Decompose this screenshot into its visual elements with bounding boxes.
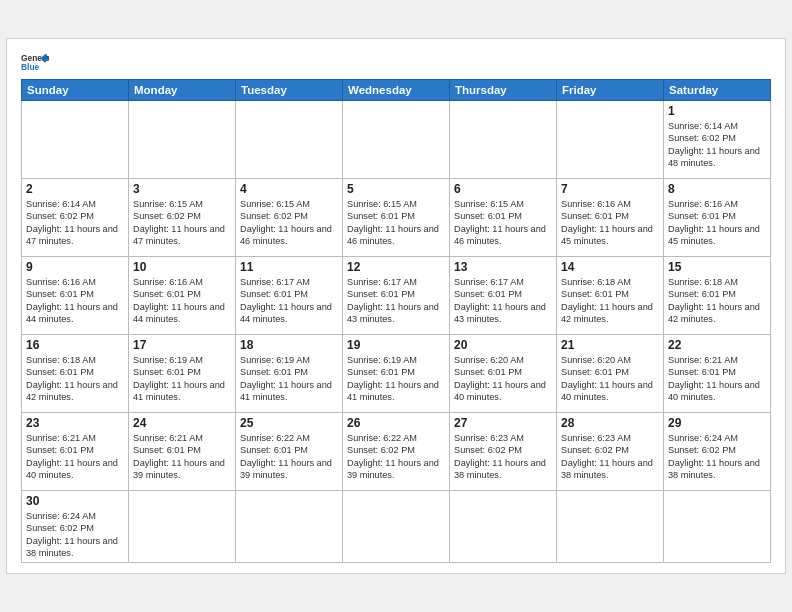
calendar-cell-6: 1Sunrise: 6:14 AM Sunset: 6:02 PM Daylig… (664, 100, 771, 178)
calendar-cell-4 (450, 100, 557, 178)
day-number-12: 12 (347, 260, 445, 274)
weekday-header-sunday: Sunday (22, 79, 129, 100)
calendar-cell-35: 30Sunrise: 6:24 AM Sunset: 6:02 PM Dayli… (22, 490, 129, 563)
calendar-row-0: 1Sunrise: 6:14 AM Sunset: 6:02 PM Daylig… (22, 100, 771, 178)
calendar-cell-36 (129, 490, 236, 563)
calendar-cell-13: 8Sunrise: 6:16 AM Sunset: 6:01 PM Daylig… (664, 178, 771, 256)
calendar-cell-14: 9Sunrise: 6:16 AM Sunset: 6:01 PM Daylig… (22, 256, 129, 334)
day-info-29: Sunrise: 6:24 AM Sunset: 6:02 PM Dayligh… (668, 432, 766, 482)
calendar-container: General Blue SundayMondayTuesdayWednesda… (6, 38, 786, 575)
day-number-28: 28 (561, 416, 659, 430)
calendar-row-3: 16Sunrise: 6:18 AM Sunset: 6:01 PM Dayli… (22, 334, 771, 412)
calendar-cell-16: 11Sunrise: 6:17 AM Sunset: 6:01 PM Dayli… (236, 256, 343, 334)
calendar-cell-34: 29Sunrise: 6:24 AM Sunset: 6:02 PM Dayli… (664, 412, 771, 490)
day-info-24: Sunrise: 6:21 AM Sunset: 6:01 PM Dayligh… (133, 432, 231, 482)
day-info-11: Sunrise: 6:17 AM Sunset: 6:01 PM Dayligh… (240, 276, 338, 326)
day-number-6: 6 (454, 182, 552, 196)
weekday-header-thursday: Thursday (450, 79, 557, 100)
day-info-15: Sunrise: 6:18 AM Sunset: 6:01 PM Dayligh… (668, 276, 766, 326)
calendar-cell-38 (343, 490, 450, 563)
calendar-cell-37 (236, 490, 343, 563)
calendar-row-1: 2Sunrise: 6:14 AM Sunset: 6:02 PM Daylig… (22, 178, 771, 256)
day-number-10: 10 (133, 260, 231, 274)
day-info-30: Sunrise: 6:24 AM Sunset: 6:02 PM Dayligh… (26, 510, 124, 560)
day-info-10: Sunrise: 6:16 AM Sunset: 6:01 PM Dayligh… (133, 276, 231, 326)
day-info-12: Sunrise: 6:17 AM Sunset: 6:01 PM Dayligh… (347, 276, 445, 326)
day-info-18: Sunrise: 6:19 AM Sunset: 6:01 PM Dayligh… (240, 354, 338, 404)
calendar-cell-30: 25Sunrise: 6:22 AM Sunset: 6:01 PM Dayli… (236, 412, 343, 490)
weekday-header-tuesday: Tuesday (236, 79, 343, 100)
day-info-2: Sunrise: 6:14 AM Sunset: 6:02 PM Dayligh… (26, 198, 124, 248)
day-info-7: Sunrise: 6:16 AM Sunset: 6:01 PM Dayligh… (561, 198, 659, 248)
day-info-3: Sunrise: 6:15 AM Sunset: 6:02 PM Dayligh… (133, 198, 231, 248)
calendar-cell-9: 4Sunrise: 6:15 AM Sunset: 6:02 PM Daylig… (236, 178, 343, 256)
calendar-cell-40 (557, 490, 664, 563)
day-number-8: 8 (668, 182, 766, 196)
day-number-7: 7 (561, 182, 659, 196)
svg-text:Blue: Blue (21, 61, 39, 71)
day-number-22: 22 (668, 338, 766, 352)
calendar-cell-27: 22Sunrise: 6:21 AM Sunset: 6:01 PM Dayli… (664, 334, 771, 412)
calendar-cell-17: 12Sunrise: 6:17 AM Sunset: 6:01 PM Dayli… (343, 256, 450, 334)
calendar-cell-12: 7Sunrise: 6:16 AM Sunset: 6:01 PM Daylig… (557, 178, 664, 256)
weekday-header-wednesday: Wednesday (343, 79, 450, 100)
day-number-19: 19 (347, 338, 445, 352)
day-number-27: 27 (454, 416, 552, 430)
day-info-16: Sunrise: 6:18 AM Sunset: 6:01 PM Dayligh… (26, 354, 124, 404)
day-info-9: Sunrise: 6:16 AM Sunset: 6:01 PM Dayligh… (26, 276, 124, 326)
day-info-1: Sunrise: 6:14 AM Sunset: 6:02 PM Dayligh… (668, 120, 766, 170)
day-number-21: 21 (561, 338, 659, 352)
calendar-cell-33: 28Sunrise: 6:23 AM Sunset: 6:02 PM Dayli… (557, 412, 664, 490)
calendar-table: SundayMondayTuesdayWednesdayThursdayFrid… (21, 79, 771, 564)
header-row: General Blue (21, 51, 771, 73)
calendar-cell-21: 16Sunrise: 6:18 AM Sunset: 6:01 PM Dayli… (22, 334, 129, 412)
calendar-cell-8: 3Sunrise: 6:15 AM Sunset: 6:02 PM Daylig… (129, 178, 236, 256)
calendar-cell-1 (129, 100, 236, 178)
day-info-21: Sunrise: 6:20 AM Sunset: 6:01 PM Dayligh… (561, 354, 659, 404)
day-number-24: 24 (133, 416, 231, 430)
day-number-9: 9 (26, 260, 124, 274)
weekday-header-friday: Friday (557, 79, 664, 100)
day-number-1: 1 (668, 104, 766, 118)
calendar-cell-31: 26Sunrise: 6:22 AM Sunset: 6:02 PM Dayli… (343, 412, 450, 490)
day-number-18: 18 (240, 338, 338, 352)
day-info-5: Sunrise: 6:15 AM Sunset: 6:01 PM Dayligh… (347, 198, 445, 248)
day-info-20: Sunrise: 6:20 AM Sunset: 6:01 PM Dayligh… (454, 354, 552, 404)
calendar-cell-41 (664, 490, 771, 563)
calendar-cell-0 (22, 100, 129, 178)
calendar-cell-11: 6Sunrise: 6:15 AM Sunset: 6:01 PM Daylig… (450, 178, 557, 256)
calendar-cell-24: 19Sunrise: 6:19 AM Sunset: 6:01 PM Dayli… (343, 334, 450, 412)
day-number-25: 25 (240, 416, 338, 430)
day-info-17: Sunrise: 6:19 AM Sunset: 6:01 PM Dayligh… (133, 354, 231, 404)
day-number-4: 4 (240, 182, 338, 196)
day-info-27: Sunrise: 6:23 AM Sunset: 6:02 PM Dayligh… (454, 432, 552, 482)
calendar-cell-7: 2Sunrise: 6:14 AM Sunset: 6:02 PM Daylig… (22, 178, 129, 256)
calendar-cell-2 (236, 100, 343, 178)
day-info-4: Sunrise: 6:15 AM Sunset: 6:02 PM Dayligh… (240, 198, 338, 248)
day-number-30: 30 (26, 494, 124, 508)
day-number-5: 5 (347, 182, 445, 196)
calendar-cell-20: 15Sunrise: 6:18 AM Sunset: 6:01 PM Dayli… (664, 256, 771, 334)
day-info-25: Sunrise: 6:22 AM Sunset: 6:01 PM Dayligh… (240, 432, 338, 482)
calendar-cell-15: 10Sunrise: 6:16 AM Sunset: 6:01 PM Dayli… (129, 256, 236, 334)
day-info-13: Sunrise: 6:17 AM Sunset: 6:01 PM Dayligh… (454, 276, 552, 326)
day-info-8: Sunrise: 6:16 AM Sunset: 6:01 PM Dayligh… (668, 198, 766, 248)
day-number-2: 2 (26, 182, 124, 196)
day-info-26: Sunrise: 6:22 AM Sunset: 6:02 PM Dayligh… (347, 432, 445, 482)
day-info-28: Sunrise: 6:23 AM Sunset: 6:02 PM Dayligh… (561, 432, 659, 482)
day-number-3: 3 (133, 182, 231, 196)
day-number-14: 14 (561, 260, 659, 274)
calendar-cell-25: 20Sunrise: 6:20 AM Sunset: 6:01 PM Dayli… (450, 334, 557, 412)
calendar-cell-19: 14Sunrise: 6:18 AM Sunset: 6:01 PM Dayli… (557, 256, 664, 334)
day-info-22: Sunrise: 6:21 AM Sunset: 6:01 PM Dayligh… (668, 354, 766, 404)
day-info-19: Sunrise: 6:19 AM Sunset: 6:01 PM Dayligh… (347, 354, 445, 404)
day-number-23: 23 (26, 416, 124, 430)
day-info-23: Sunrise: 6:21 AM Sunset: 6:01 PM Dayligh… (26, 432, 124, 482)
day-number-16: 16 (26, 338, 124, 352)
day-number-13: 13 (454, 260, 552, 274)
logo-area: General Blue (21, 51, 49, 73)
weekday-header-row: SundayMondayTuesdayWednesdayThursdayFrid… (22, 79, 771, 100)
day-number-17: 17 (133, 338, 231, 352)
calendar-row-5: 30Sunrise: 6:24 AM Sunset: 6:02 PM Dayli… (22, 490, 771, 563)
calendar-row-2: 9Sunrise: 6:16 AM Sunset: 6:01 PM Daylig… (22, 256, 771, 334)
